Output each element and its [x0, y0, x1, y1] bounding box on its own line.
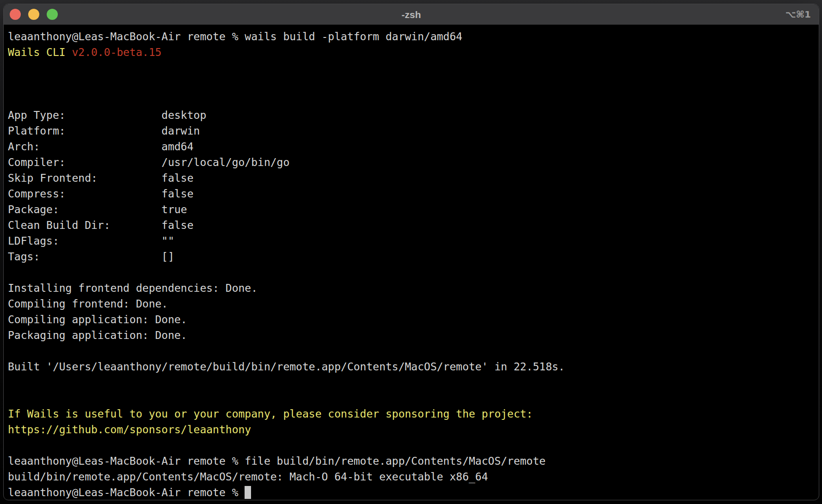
terminal-text-segment: Installing frontend dependencies: Done.: [8, 282, 258, 294]
terminal-line: If Wails is useful to you or your compan…: [8, 406, 814, 422]
minimize-button[interactable]: [28, 9, 39, 20]
terminal-line: [8, 437, 814, 453]
terminal-line: leaanthony@Leas-MacBook-Air remote % fil…: [8, 453, 814, 469]
terminal-text-segment: LDFlags: "": [8, 235, 174, 247]
terminal-line: leaanthony@Leas-MacBook-Air remote %: [8, 485, 814, 500]
terminal-line: Compiler: /usr/local/go/bin/go: [8, 154, 814, 170]
terminal-text-segment: https://github.com/sponsors/leaanthony: [8, 424, 251, 436]
terminal-line: build/bin/remote.app/Contents/MacOS/remo…: [8, 469, 814, 485]
terminal-text-segment: leaanthony@Leas-MacBook-Air remote % wai…: [8, 31, 462, 43]
close-button[interactable]: [10, 9, 21, 20]
window-title: -zsh: [4, 4, 819, 25]
terminal-line: [8, 390, 814, 406]
terminal-line: Compress: false: [8, 186, 814, 202]
terminal-line: Compiling application: Done.: [8, 312, 814, 327]
terminal-line: Built '/Users/leaanthony/remote/build/bi…: [8, 359, 814, 375]
terminal-line: App Type: desktop: [8, 107, 814, 123]
terminal-text-segment: Package: true: [8, 203, 187, 215]
terminal-text-segment: Platform: darwin: [8, 125, 200, 137]
terminal-text-segment: Compress: false: [8, 188, 194, 200]
terminal-cursor: [245, 486, 251, 499]
terminal-line: Platform: darwin: [8, 123, 814, 139]
terminal-line: [8, 343, 814, 359]
terminal-line: Compiling frontend: Done.: [8, 296, 814, 312]
terminal-text-segment: v2.0.0-beta.15: [72, 46, 161, 58]
terminal-text-segment: build/bin/remote.app/Contents/MacOS/remo…: [8, 471, 488, 483]
terminal-window: -zsh ⌥⌘1 leaanthony@Leas-MacBook-Air rem…: [3, 4, 819, 500]
terminal-text-segment: Wails CLI: [8, 46, 72, 58]
terminal-text-segment: Clean Build Dir: false: [8, 219, 194, 231]
terminal-text-segment: If Wails is useful to you or your compan…: [8, 408, 533, 420]
titlebar[interactable]: -zsh ⌥⌘1: [4, 4, 819, 25]
terminal-line: Clean Build Dir: false: [8, 217, 814, 233]
terminal-line: [8, 375, 814, 390]
terminal-text-segment: Compiler: /usr/local/go/bin/go: [8, 156, 289, 168]
terminal-text-segment: Compiling application: Done.: [8, 313, 187, 326]
terminal-text-segment: leaanthony@Leas-MacBook-Air remote % fil…: [8, 455, 546, 467]
terminal-line: [8, 60, 814, 76]
zoom-button[interactable]: [47, 9, 58, 20]
terminal-line: leaanthony@Leas-MacBook-Air remote % wai…: [8, 29, 814, 44]
terminal-text-segment: Built '/Users/leaanthony/remote/build/bi…: [8, 361, 565, 373]
terminal-line: Packaging application: Done.: [8, 327, 814, 343]
terminal-text-segment: leaanthony@Leas-MacBook-Air remote %: [8, 486, 245, 498]
terminal-text-segment: Tags: []: [8, 251, 174, 263]
terminal-output[interactable]: leaanthony@Leas-MacBook-Air remote % wai…: [4, 25, 819, 500]
terminal-text-segment: App Type: desktop: [8, 109, 206, 121]
terminal-line: Tags: []: [8, 249, 814, 264]
terminal-line: [8, 264, 814, 280]
terminal-line: Installing frontend dependencies: Done.: [8, 280, 814, 296]
terminal-line: [8, 76, 814, 92]
terminal-line: Arch: amd64: [8, 139, 814, 154]
terminal-text-segment: Arch: amd64: [8, 141, 194, 153]
terminal-text-segment: Compiling frontend: Done.: [8, 298, 168, 310]
terminal-line: Wails CLI v2.0.0-beta.15: [8, 44, 814, 60]
window-shortcut-badge: ⌥⌘1: [785, 4, 811, 25]
terminal-line: Skip Frontend: false: [8, 170, 814, 186]
terminal-text-segment: Skip Frontend: false: [8, 172, 194, 184]
terminal-line: [8, 92, 814, 107]
terminal-text-segment: Packaging application: Done.: [8, 329, 187, 341]
terminal-line: LDFlags: "": [8, 233, 814, 249]
terminal-line: Package: true: [8, 202, 814, 217]
traffic-lights: [10, 9, 58, 20]
terminal-line: https://github.com/sponsors/leaanthony: [8, 422, 814, 437]
